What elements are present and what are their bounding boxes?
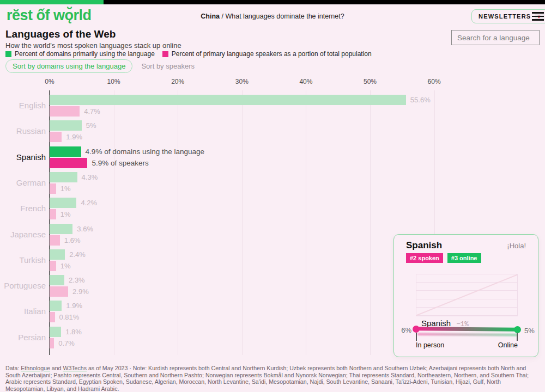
domains-value-label: 1.8% bbox=[65, 327, 82, 337]
sort-controls: Sort by domains using the language Sort … bbox=[5, 59, 195, 73]
card-badges: #2 spoken #3 online bbox=[406, 253, 481, 263]
domains-bar[interactable] bbox=[50, 275, 64, 285]
card-title: Spanish bbox=[406, 240, 442, 251]
domains-value-label: 1.9% bbox=[66, 301, 82, 311]
slope-chart-faded-line bbox=[416, 274, 518, 316]
domains-bar[interactable] bbox=[50, 198, 76, 208]
top-black-bar bbox=[0, 0, 545, 4]
speakers-bar[interactable] bbox=[50, 132, 62, 142]
language-label: Portuguese bbox=[0, 281, 46, 290]
slope-axis-label-in-person: In person bbox=[416, 341, 444, 349]
spoken-rank-badge: #2 spoken bbox=[406, 253, 443, 263]
slope-axis-tick-left bbox=[416, 333, 417, 341]
breadcrumb-article-title: What languages dominate the internet? bbox=[225, 13, 344, 20]
speakers-bar[interactable] bbox=[50, 106, 80, 117]
legend-item-speakers: Percent of primary language speakers as … bbox=[162, 50, 372, 58]
bar-row-spanish[interactable]: Spanish4.9% of domains using the languag… bbox=[0, 146, 545, 169]
bar-row-russian[interactable]: Russian5%1.9% bbox=[0, 120, 545, 143]
language-label: Persian bbox=[0, 333, 46, 342]
language-label: Italian bbox=[0, 307, 46, 316]
top-green-progress-bar bbox=[0, 0, 104, 4]
bar-row-french[interactable]: French4.2%1% bbox=[0, 198, 545, 220]
slope-axis-label-online: Online bbox=[498, 341, 518, 349]
domains-value-label: 5% bbox=[86, 120, 96, 131]
footer-note: Data: Ethnologue and W3Techs as of May 2… bbox=[5, 365, 541, 392]
language-label: English bbox=[0, 101, 46, 110]
legend-label-domains: Percent of domains primarily using the l… bbox=[15, 50, 155, 58]
language-detail-card: Spanish ¡Hola! #2 spoken #3 online Spani… bbox=[393, 234, 538, 357]
page: rĕst ốf wǫ̆rld China / What languages do… bbox=[0, 0, 545, 392]
breadcrumb-section[interactable]: China bbox=[201, 13, 220, 20]
newsletters-label: NEWSLETTERS bbox=[479, 13, 531, 20]
speakers-bar[interactable] bbox=[50, 312, 55, 322]
speakers-value-label: 1% bbox=[60, 261, 71, 271]
legend-swatch-pink bbox=[162, 51, 168, 57]
language-label: French bbox=[0, 204, 46, 213]
menu-icon[interactable] bbox=[532, 12, 544, 21]
chart-legend: Percent of domains primarily using the l… bbox=[5, 50, 372, 58]
domains-bar[interactable] bbox=[50, 301, 62, 311]
legend-item-domains: Percent of domains primarily using the l… bbox=[5, 50, 155, 58]
slope-line-shadow bbox=[417, 333, 517, 336]
slope-chart-grid bbox=[416, 274, 518, 316]
sort-by-speakers-button[interactable]: Sort by speakers bbox=[141, 62, 195, 70]
footer-mid: and bbox=[50, 365, 63, 371]
domains-bar[interactable] bbox=[50, 327, 61, 337]
domains-bar[interactable] bbox=[50, 95, 406, 105]
domains-bar[interactable] bbox=[50, 172, 77, 182]
domains-value-label: 3.6% bbox=[77, 224, 93, 234]
bar-row-german[interactable]: German4.3%1% bbox=[0, 172, 545, 195]
breadcrumb: China / What languages dominate the inte… bbox=[0, 13, 545, 20]
speakers-value-label: 5.9% of speakers bbox=[92, 158, 148, 168]
slope-value-in-person: 6% bbox=[401, 326, 411, 334]
axis-tick-label: 20% bbox=[171, 78, 184, 85]
speakers-bar[interactable] bbox=[50, 286, 68, 297]
speakers-value-label: 0.81% bbox=[59, 312, 80, 322]
search-input[interactable] bbox=[451, 30, 540, 45]
axis-tick-label: 40% bbox=[299, 78, 312, 85]
slope-line bbox=[416, 327, 518, 331]
slope-value-online: 5% bbox=[524, 327, 535, 335]
language-label: Turkish bbox=[0, 255, 46, 265]
domains-value-label: 4.9% of domains using the language bbox=[86, 146, 204, 157]
domains-bar[interactable] bbox=[50, 120, 82, 131]
legend-label-speakers: Percent of primary language speakers as … bbox=[172, 50, 372, 58]
speakers-value-label: 0.7% bbox=[58, 338, 75, 348]
page-subtitle: How the world's most spoken languages st… bbox=[5, 41, 181, 50]
speakers-bar[interactable] bbox=[50, 209, 56, 219]
axis-tick-label: 0% bbox=[45, 78, 54, 85]
card-greeting: ¡Hola! bbox=[507, 242, 526, 250]
chart-axis-labels: 0%10%20%30%40%50%60% bbox=[0, 78, 545, 87]
speakers-bar[interactable] bbox=[50, 338, 54, 348]
bar-row-english[interactable]: English55.6%4.7% bbox=[0, 95, 545, 118]
speakers-bar[interactable] bbox=[50, 235, 60, 246]
speakers-value-label: 1.9% bbox=[66, 132, 82, 142]
speakers-value-label: 2.9% bbox=[72, 286, 89, 297]
footer-prefix: Data: bbox=[5, 365, 21, 371]
ethnologue-link[interactable]: Ethnologue bbox=[21, 365, 50, 371]
domains-value-label: 2.3% bbox=[69, 275, 85, 285]
axis-tick-label: 60% bbox=[428, 78, 441, 85]
domains-bar[interactable] bbox=[50, 146, 81, 157]
speakers-value-label: 1% bbox=[60, 183, 71, 194]
domains-value-label: 4.2% bbox=[81, 198, 97, 208]
speakers-value-label: 1% bbox=[60, 209, 71, 219]
axis-tick-label: 50% bbox=[364, 78, 377, 85]
speakers-value-label: 4.7% bbox=[84, 106, 100, 117]
axis-tick-label: 30% bbox=[235, 78, 249, 85]
sort-by-domains-button[interactable]: Sort by domains using the language bbox=[5, 59, 132, 73]
domains-bar[interactable] bbox=[50, 224, 72, 234]
language-label: Japanese bbox=[0, 230, 46, 239]
speakers-bar[interactable] bbox=[50, 261, 56, 271]
domains-bar[interactable] bbox=[50, 249, 65, 260]
domains-value-label: 4.3% bbox=[82, 172, 98, 182]
slope-dot-in-person bbox=[413, 326, 420, 333]
speakers-bar[interactable] bbox=[50, 183, 56, 194]
speakers-bar[interactable] bbox=[50, 158, 87, 168]
slope-axis-labels: In person Online bbox=[416, 341, 518, 349]
domains-value-label: 2.4% bbox=[69, 249, 86, 260]
w3techs-link[interactable]: W3Techs bbox=[63, 365, 87, 371]
language-label: Spanish bbox=[0, 152, 46, 162]
domains-value-label: 55.6% bbox=[410, 95, 431, 105]
slope-axis-tick-right bbox=[517, 333, 518, 341]
